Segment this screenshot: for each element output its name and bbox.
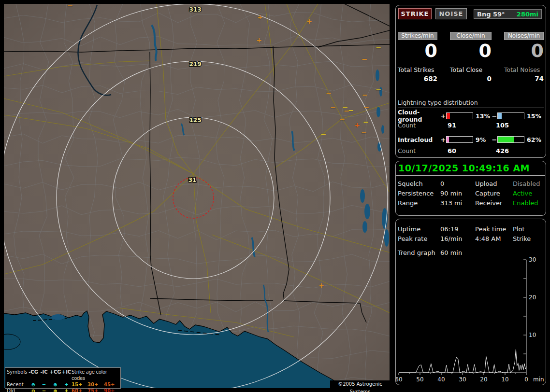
rate-value: 0: [504, 41, 544, 60]
ic-minus-symbol: −: [39, 381, 49, 388]
strike-marker: −: [376, 85, 382, 94]
strike-marker: −: [362, 91, 368, 99]
strike-legend: Symbols-CG-IC+CG+ICStrike age color code…: [5, 367, 121, 389]
total-value: 0: [450, 75, 492, 83]
status-label: Squelch: [398, 180, 440, 187]
rate-label: Strikes/min: [398, 32, 437, 40]
legend-col-header: +CG: [49, 369, 61, 381]
status-value: 313 mi: [440, 199, 475, 207]
strike-marker: −: [361, 128, 367, 137]
plus-sign: +: [440, 136, 446, 143]
distribution-type-label: Cloud-ground: [398, 109, 440, 123]
total-label: Total Noises: [504, 66, 544, 73]
copyright-text: ©2005 Astrogenic Systems: [330, 380, 390, 388]
status-label: Upload: [475, 180, 513, 187]
positive-percent: 9%: [473, 136, 492, 143]
peak-time-value: 4:48 AM: [475, 235, 513, 242]
minus-sign: −: [492, 136, 497, 143]
strike-marker: +: [354, 121, 360, 129]
uptime-label: Uptime: [398, 225, 440, 233]
rate-label: Close/min: [450, 32, 492, 40]
status-value: 90 min: [440, 190, 475, 197]
strike-marker: −: [363, 118, 369, 126]
strike-age-code: 45+: [104, 381, 120, 388]
legend-col-header: +IC: [61, 369, 72, 381]
plus-sign: +: [440, 112, 446, 120]
strike-marker: −: [376, 43, 382, 52]
legend-col-header: -CG: [28, 369, 39, 381]
divider: [396, 175, 545, 176]
status-rows: Squelch0UploadDisabledPersistence90 minC…: [398, 179, 545, 208]
strike-marker: −: [339, 115, 346, 124]
distribution-rows: Cloud-ground+13%−15%Count91105Intracloud…: [398, 109, 544, 160]
x-tick-label: 10: [501, 376, 508, 383]
range-ring-label: 219: [189, 61, 201, 68]
distribution-count-row: Count60426: [398, 145, 544, 156]
strike-marker: −: [363, 103, 370, 112]
negative-count: 426: [489, 147, 544, 154]
x-tick-label: 50: [416, 376, 423, 383]
rate-value: 0: [398, 41, 437, 60]
minus-sign: −: [492, 112, 497, 120]
peak-rate-label: Peak rate: [398, 235, 440, 242]
legend-row-label: Recent: [7, 381, 28, 388]
session-box: Uptime 06:19 Peak time Plot Peak rate 16…: [395, 219, 546, 385]
radar-map: 31321912531 −+++−−−−−−−−−−−−+−−+: [4, 4, 390, 388]
trend-graph-label: Trend graph: [398, 249, 440, 256]
x-tick-label: 30: [459, 376, 466, 383]
distribution-title: Lightning type distribution: [398, 99, 544, 108]
strike-marker: +: [318, 281, 324, 289]
strike-marker: −: [326, 89, 332, 98]
ic-plus-symbol: +: [61, 381, 72, 388]
peak-rate-value: 16/min: [440, 235, 475, 242]
range-ring-label: 313: [189, 6, 201, 13]
session-row: Peak rate 16/min 4:48 AM Strike: [398, 234, 545, 243]
negative-bar: [497, 136, 524, 143]
strike-marker: +: [256, 36, 262, 44]
strike-age-code: 60+: [72, 388, 87, 392]
map-area[interactable]: 31321912531 −+++−−−−−−−−−−−−+−−+ Symbols…: [4, 4, 390, 388]
total-label: Total Close: [450, 66, 492, 73]
bearing-indicator: Bng 59° 280mi: [474, 9, 542, 19]
strike-age-code: 75+: [87, 388, 104, 392]
count-label: Count: [398, 147, 440, 154]
peak-time-label: Peak time: [475, 225, 513, 233]
range-ring-label: 31: [188, 177, 197, 183]
x-tick-label: 60: [396, 376, 403, 383]
strike-marker: +: [306, 17, 312, 25]
counter-column: Noises/min0Total Noises74: [504, 32, 544, 83]
distribution-count-row: Count91105: [398, 119, 544, 131]
strike-mode-button[interactable]: STRIKE: [398, 8, 432, 19]
status-value: Active: [513, 190, 545, 197]
plot-label: Plot: [513, 225, 545, 233]
legend-col-header: -IC: [39, 369, 49, 381]
strike-marker: −: [67, 4, 73, 10]
y-tick-label: 30: [529, 256, 536, 263]
positive-count: 60: [440, 147, 489, 154]
strike-age-code: 30+: [87, 381, 104, 388]
trend-graph: 3020106050403020100min: [396, 256, 546, 384]
bearing-distance: 280mi: [517, 11, 538, 18]
positive-bar: [446, 112, 473, 119]
cg-plus-symbol: ⊕: [49, 388, 61, 392]
x-axis-unit: min: [533, 376, 544, 383]
ic-minus-symbol: −: [39, 388, 49, 392]
status-label: Persistence: [398, 190, 440, 197]
status-row: Squelch0UploadDisabled: [398, 179, 545, 188]
cg-plus-symbol: ⊕: [49, 381, 61, 388]
bearing-label: Bng 59°: [477, 11, 505, 18]
status-value: Disabled: [513, 180, 545, 187]
trend-line: [399, 350, 526, 373]
plot-value: Strike: [513, 235, 545, 242]
status-row: Range313 miReceiverEnabled: [398, 198, 545, 208]
legend-age-header: Strike age color codes: [72, 369, 120, 381]
side-panel: STRIKE NOISE Bng 59° 280mi Strikes/min0T…: [395, 0, 546, 392]
total-value: 682: [398, 75, 437, 83]
count-label: Count: [398, 122, 440, 129]
total-label: Total Strikes: [398, 66, 437, 73]
trend-graph-window: 60 min: [440, 249, 475, 256]
datetime-display: 10/17/2025 10:49:16 AM: [398, 163, 530, 173]
noise-mode-button[interactable]: NOISE: [435, 8, 467, 19]
status-label: Receiver: [475, 199, 513, 207]
counters-box: STRIKE NOISE Bng 59° 280mi Strikes/min0T…: [395, 5, 546, 158]
